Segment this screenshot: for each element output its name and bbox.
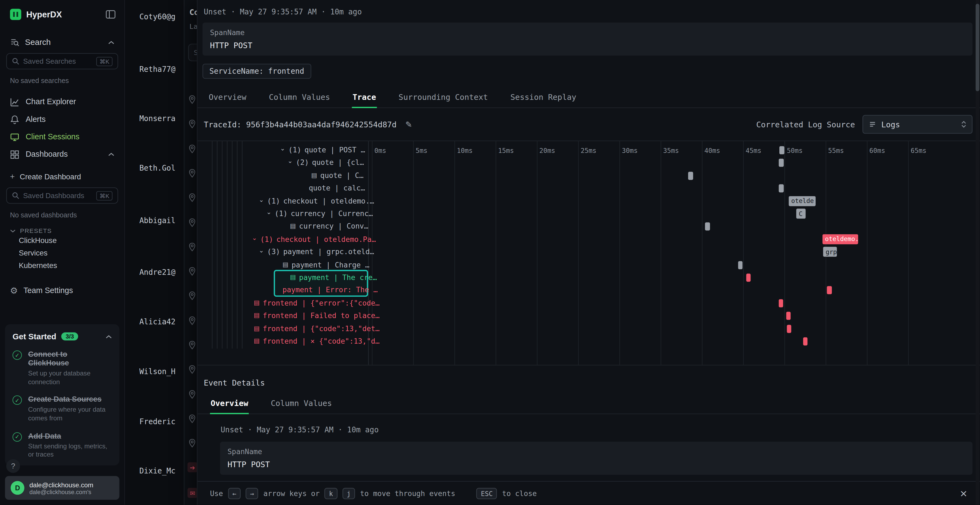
session-list-item[interactable]: Andre21@	[139, 268, 176, 277]
collapse-sidebar-icon[interactable]	[106, 10, 116, 19]
chevron-down-icon[interactable]: ⌄	[259, 248, 264, 254]
j-key[interactable]: j	[342, 488, 355, 499]
span-chip[interactable]: otelde	[789, 196, 816, 206]
trace-tree-row[interactable]: ▤frontend | {"error":{"code…	[254, 297, 379, 308]
span-bar[interactable]	[786, 312, 791, 320]
location-pin-icon[interactable]	[188, 193, 196, 202]
location-pin-icon[interactable]	[188, 291, 196, 301]
location-pin-icon[interactable]	[188, 340, 196, 349]
trace-tree-row[interactable]: ⌄(1)quote | POST …	[280, 144, 365, 156]
scrollbar-thumb[interactable]	[976, 4, 980, 91]
chevron-down-icon[interactable]: ⌄	[266, 209, 271, 216]
esc-key[interactable]: ESC	[476, 488, 497, 499]
span-chip[interactable]: C	[796, 209, 805, 219]
sidebar-item-alerts[interactable]: Alerts	[0, 110, 124, 128]
trace-tree-row[interactable]: ▤payment | Charge …	[283, 259, 369, 270]
create-dashboard-button[interactable]: + Create Dashboard	[10, 172, 115, 181]
session-search-input[interactable]: Se	[188, 44, 197, 61]
tab-surrounding-context[interactable]: Surrounding Context	[398, 89, 488, 108]
span-bar[interactable]	[746, 274, 751, 282]
span-bar[interactable]	[705, 222, 710, 231]
span-bar[interactable]	[779, 299, 783, 307]
session-list-item[interactable]: Frederic	[139, 418, 176, 426]
arrow-left-key[interactable]: ←	[228, 488, 241, 499]
chevron-down-icon[interactable]: ⌄	[252, 235, 257, 241]
trace-tree-row[interactable]: ▤frontend | Failed to place…	[254, 310, 379, 321]
session-list-item[interactable]: Wilson_H	[139, 367, 176, 376]
log-source-select[interactable]: Logs	[862, 115, 972, 133]
trace-tree-row[interactable]: ⌄(1)checkout | oteldemo.…	[259, 195, 374, 206]
chevron-up-icon[interactable]	[108, 40, 115, 44]
arrow-right-key[interactable]: →	[246, 488, 259, 499]
exit-icon[interactable]: ➔	[188, 462, 197, 472]
saved-searches-input[interactable]	[23, 57, 92, 65]
trace-tree-row[interactable]: quote | calc…	[309, 183, 365, 194]
saved-dashboards-input-box[interactable]: ⌘K	[6, 187, 118, 204]
preset-item-clickhouse[interactable]: ClickHouse	[0, 234, 124, 247]
span-bar[interactable]	[779, 184, 784, 193]
chevron-down-icon[interactable]: ⌄	[280, 146, 285, 152]
trace-tree-row[interactable]: ▤currency | Conv…	[290, 221, 368, 232]
location-pin-icon[interactable]	[188, 218, 196, 227]
tab-session-replay[interactable]: Session Replay	[510, 89, 577, 108]
location-pin-icon[interactable]	[188, 95, 196, 104]
edit-icon[interactable]: ✎	[405, 120, 412, 129]
preset-item-kubernetes[interactable]: Kubernetes	[0, 259, 124, 272]
sidebar-item-chart-explorer[interactable]: Chart Explorer	[0, 93, 124, 110]
tab-overview[interactable]: Overview	[208, 89, 247, 108]
tab-trace[interactable]: Trace	[352, 89, 377, 108]
search-section-header[interactable]: Search	[0, 38, 124, 47]
span-bar[interactable]	[779, 159, 784, 167]
preset-item-services[interactable]: Services	[0, 247, 124, 259]
presets-toggle[interactable]: PRESETS	[10, 227, 115, 234]
trace-tree-row[interactable]: ▤payment | The cre…	[290, 272, 377, 283]
saved-searches-input-box[interactable]: ⌘K	[6, 53, 118, 69]
trace-tree-row[interactable]: ▤frontend | {"code":13,"det…	[254, 323, 379, 334]
location-pin-icon[interactable]	[188, 438, 196, 448]
chevron-down-icon[interactable]: ⌄	[259, 197, 264, 203]
location-pin-icon[interactable]	[188, 365, 196, 374]
span-bar[interactable]	[780, 146, 784, 154]
location-pin-icon[interactable]	[188, 169, 196, 178]
chevron-down-icon[interactable]: ⌄	[288, 158, 293, 165]
trace-tree-row[interactable]: ⌄(2)quote | {cl…	[288, 157, 364, 168]
sidebar-item-team-settings[interactable]: ⚙ Team Settings	[10, 286, 115, 295]
close-icon[interactable]: ×	[959, 488, 967, 499]
span-chip[interactable]: grp	[823, 247, 837, 257]
session-list-item[interactable]: Monserra	[139, 114, 176, 123]
location-pin-icon[interactable]	[188, 390, 196, 399]
location-pin-icon[interactable]	[188, 119, 196, 129]
location-pin-icon[interactable]	[188, 267, 196, 276]
span-bar[interactable]	[787, 325, 791, 333]
span-bar[interactable]	[803, 337, 807, 346]
location-pin-icon[interactable]	[188, 414, 196, 423]
session-list-item[interactable]: Abbigail	[139, 216, 176, 225]
mail-icon[interactable]: ✉	[188, 488, 197, 498]
help-button[interactable]: ?	[6, 459, 20, 473]
session-list-item[interactable]: Retha77@	[139, 65, 176, 74]
chevron-up-icon[interactable]	[106, 335, 112, 338]
get-started-item[interactable]: ✓Create Data SourcesConfigure where your…	[13, 395, 112, 423]
trace-tree-row[interactable]: ▤frontend | × {"code":13,"d…	[254, 335, 379, 347]
user-account-chip[interactable]: D dale@clickhouse.com dale@clickhouse.co…	[5, 476, 119, 500]
get-started-item[interactable]: ✓Connect to ClickHouseSet up your databa…	[13, 350, 112, 386]
tab-overview[interactable]: Overview	[210, 395, 249, 414]
get-started-item[interactable]: ✓Add DataStart sending logs, metrics, or…	[13, 432, 112, 459]
session-list-item[interactable]: Beth.Gol	[139, 164, 176, 173]
trace-tree-row[interactable]: ⌄(1)currency | Currenc…	[266, 208, 373, 219]
tab-column-values[interactable]: Column Values	[268, 89, 331, 108]
location-pin-icon[interactable]	[188, 242, 196, 251]
location-pin-icon[interactable]	[188, 316, 196, 325]
service-name-chip[interactable]: ServiceName: frontend	[202, 64, 311, 79]
trace-tree-row[interactable]: payment | Error: The …	[283, 284, 378, 296]
k-key[interactable]: k	[325, 488, 337, 499]
session-list-item[interactable]: Coty60@g	[139, 13, 176, 21]
tab-column-values[interactable]: Column Values	[270, 395, 332, 414]
sidebar-item-client-sessions[interactable]: Client Sessions	[0, 128, 124, 146]
saved-dashboards-input[interactable]	[23, 192, 92, 199]
location-pin-icon[interactable]	[188, 144, 196, 153]
span-bar[interactable]	[738, 261, 742, 269]
session-list-item[interactable]: Alicia42	[139, 317, 176, 326]
session-list-item[interactable]: Dixie_Mc	[139, 467, 176, 475]
span-bar[interactable]	[827, 286, 832, 294]
